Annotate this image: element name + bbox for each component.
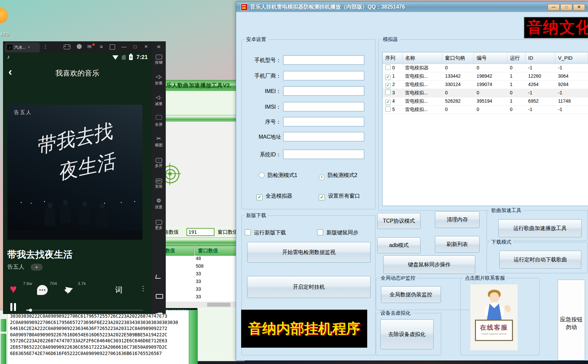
accelerator-titlebar[interactable]: 音乐人歌曲加速播放工具V2. — [157, 80, 244, 91]
field-label: 序号： — [239, 119, 281, 126]
service-sign-text: 在线客服 — [476, 323, 512, 332]
tcp-mode-button[interactable]: TCP协议模式 — [377, 213, 421, 229]
album-art[interactable]: 告五人 带我去找 夜生活 — [7, 105, 142, 240]
progress-bar[interactable] — [26, 310, 143, 311]
lyrics-toggle[interactable]: 词 — [115, 285, 122, 295]
row-checkbox[interactable] — [385, 90, 391, 95]
new-kbmouse-sync-checkbox[interactable]: 新版键鼠同步 — [317, 229, 358, 236]
row-checkbox[interactable] — [385, 65, 391, 70]
android-recents-icon[interactable] — [156, 313, 162, 318]
like-icon[interactable]: ♥ — [10, 283, 17, 295]
notification-dot — [92, 43, 95, 46]
table-row[interactable]: 133 — [157, 279, 244, 287]
sidebar-item-multi-instance[interactable]: +多开 — [152, 156, 166, 168]
minimize-button[interactable]: — — [548, 4, 560, 11]
start-detect-monitor-button[interactable]: 开始雷电检测数据监视 — [247, 242, 371, 263]
kbmouse-sync-button[interactable]: 键盘鼠标同步操作 — [383, 255, 475, 274]
start-timer-hangup-button[interactable]: 开启定时挂机 — [247, 276, 371, 298]
sidebar-item-settings[interactable]: ⚙设置 — [152, 197, 166, 210]
table-row[interactable]: 133 — [157, 294, 244, 302]
maximize-icon[interactable]: □ — [131, 44, 139, 50]
sidebar-item-keyboard[interactable]: ⋯按键 — [152, 53, 166, 65]
hex-dump-text: 30303030222C0A09090922706C6179657255726C… — [10, 313, 178, 356]
adb-mode-button[interactable]: adb模式 — [377, 237, 421, 253]
android-home-icon[interactable] — [156, 294, 163, 299]
sidebar-item-fullscreen[interactable]: 全屏 — [152, 115, 166, 127]
run-auto-download-button[interactable]: 运行定时自动下载歌曲 — [499, 251, 581, 269]
table-row[interactable]: ✓2 雷电模拟...330124199074142649284 — [383, 81, 588, 89]
row-checkbox[interactable]: ✓ — [385, 100, 391, 105]
android-back-icon[interactable] — [155, 275, 162, 279]
share-icon[interactable] — [65, 285, 74, 294]
customer-service-image[interactable]: 在线客服 Online customer service — [470, 284, 518, 350]
maximize-button[interactable]: □ — [560, 4, 572, 11]
green-divider — [157, 115, 244, 122]
sidebar-item-install-apk[interactable]: APK安装 — [152, 177, 166, 189]
table-row[interactable]: 0 雷电模拟器000-1-1 — [383, 64, 588, 72]
serial-input[interactable] — [283, 117, 364, 126]
pause-button[interactable] — [10, 303, 12, 311]
table-row[interactable]: ✓1 雷电模拟...1334421989421122603064 — [383, 72, 588, 81]
anti-detect-mode2-radio[interactable]: ● 防检测模式2 — [319, 172, 357, 180]
set-all-windows-checkbox[interactable]: ✓ 设置所有窗口 — [319, 193, 360, 200]
song-value-input[interactable] — [186, 228, 214, 236]
tab-close-icon[interactable]: × — [28, 45, 30, 50]
artist-name[interactable]: 告五人 — [7, 264, 24, 270]
table-row[interactable]: ✓4 雷电模拟...5262823951941695211748 — [383, 97, 588, 106]
emulator-tab[interactable]: ♪ 汽水... × — [5, 42, 40, 52]
emergency-button[interactable]: 应急按钮 勿动 — [558, 280, 585, 360]
progress-knob[interactable] — [29, 309, 32, 312]
menu-icon[interactable]: ≡ — [98, 44, 105, 50]
clean-memory-button[interactable]: 清理内存 — [435, 211, 480, 228]
minimize-icon[interactable]: — — [120, 44, 128, 50]
refresh-list-button[interactable]: 刷新列表 — [435, 236, 480, 253]
resize-icon[interactable] — [110, 44, 115, 50]
row-checkbox[interactable] — [385, 106, 391, 112]
group-title: 设备去虚拟化 — [379, 310, 412, 316]
remove-virtualization-button[interactable]: 去除设备虚拟化 — [380, 319, 434, 349]
account-avatar-icon[interactable] — [77, 44, 82, 49]
left-scrollbar[interactable] — [0, 310, 8, 364]
tab-menu-icon[interactable]: ⋮ — [42, 44, 49, 50]
main-titlebar[interactable]: 音乐人挂机雷电模拟器防检测挂机播放（内部版）QQ：38251476 — □ ✕ — [236, 2, 588, 12]
table-row[interactable]: 5 雷电模拟...000-1-1 — [383, 106, 588, 114]
close-button[interactable]: ✕ — [573, 4, 585, 11]
horizontal-scrollbar[interactable] — [157, 302, 244, 307]
imsi-input[interactable] — [283, 102, 364, 111]
table-row[interactable]: 2508 — [157, 263, 244, 271]
pause-button[interactable] — [14, 303, 16, 311]
collapse-sidebar-icon[interactable]: « — [152, 43, 166, 50]
comment-icon[interactable] — [37, 285, 48, 295]
desktop-icon-label[interactable]: hro — [1, 31, 9, 37]
scrollbar-thumb[interactable] — [1, 319, 6, 332]
table-row[interactable]: 48 — [157, 256, 244, 264]
sidebar-item-more[interactable]: ⋯更多 — [152, 218, 166, 230]
row-checkbox[interactable]: ✓ — [385, 83, 391, 88]
scrollbar-thumb[interactable] — [1, 334, 6, 364]
gamepad-icon[interactable] — [64, 44, 70, 49]
run-new-download-checkbox[interactable]: 运行新版下载 — [245, 229, 286, 236]
group-title: 歌曲加速工具 — [490, 207, 523, 214]
close-icon[interactable]: × — [142, 44, 150, 50]
phone-vendor-input[interactable] — [283, 71, 364, 80]
sidebar-item-volume-down[interactable]: ◁−减量 — [152, 94, 166, 106]
run-song-accelerator-button[interactable]: 运行歌曲加速播放工具 — [498, 219, 582, 237]
select-all-emulators-checkbox[interactable]: ✓ 全选模拟器 — [256, 193, 292, 200]
anti-detect-mode1-radio[interactable]: 防检测模式1 — [259, 172, 297, 179]
sidebar-item-screenshot[interactable]: ✂截图 — [152, 135, 166, 148]
right-scrollbar[interactable] — [189, 310, 198, 364]
more-options-icon[interactable]: ⋮ — [140, 284, 146, 292]
table-row[interactable]: 3 雷电模拟...000-1-1 — [383, 89, 588, 97]
follow-button[interactable]: + — [31, 264, 43, 271]
phone-model-input[interactable] — [283, 55, 364, 65]
table-row[interactable]: 133 — [157, 286, 244, 294]
scrollbar-thumb[interactable] — [207, 303, 230, 307]
imei-input[interactable] — [283, 86, 364, 96]
sidebar-item-volume-up[interactable]: ◁+加量 — [152, 73, 166, 86]
mac-input[interactable] — [283, 132, 364, 141]
row-checkbox[interactable]: ✓ — [385, 75, 391, 80]
mail-icon[interactable]: ✉ — [86, 44, 93, 50]
table-row[interactable]: 133 — [157, 271, 244, 279]
system-id-input[interactable] — [283, 150, 364, 159]
global-data-disguise-button[interactable]: 全局数据伪装监控 — [381, 286, 441, 303]
